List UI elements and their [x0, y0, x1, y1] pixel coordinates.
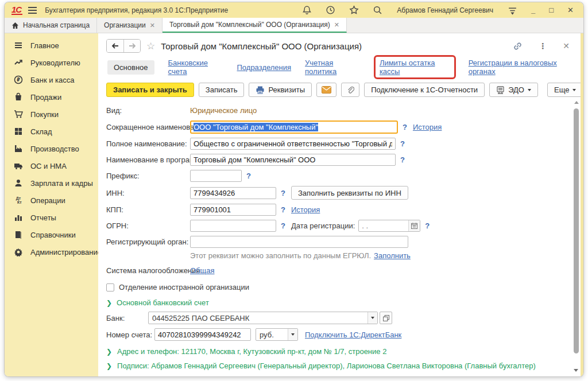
nav-link-departments[interactable]: Подразделения	[237, 63, 292, 72]
sidebar-item-main[interactable]: Главное	[5, 37, 98, 54]
open-bank-button[interactable]	[380, 312, 392, 324]
sidebar-item-reports[interactable]: Отчеты	[5, 209, 98, 226]
reg-date-input[interactable]	[358, 220, 420, 232]
nav-link-accounting-policy[interactable]: Учетная политика	[305, 59, 361, 76]
section-logo-stamp[interactable]: ❯ Логотип и печать	[106, 376, 575, 376]
sidebar-item-fixed-assets[interactable]: ОС и НМА	[5, 157, 98, 174]
search-icon[interactable]	[373, 5, 382, 15]
tax-system-link[interactable]: Общая	[190, 266, 215, 275]
tab-close-icon[interactable]: ✕	[150, 22, 155, 29]
sidebar-item-directories[interactable]: Справочники	[5, 226, 98, 243]
help-question-icon[interactable]: ?	[281, 205, 285, 214]
back-button[interactable]	[107, 40, 123, 52]
shopping-cart-icon	[14, 110, 23, 119]
forward-button[interactable]	[123, 40, 140, 52]
sidebar-item-sales[interactable]: Продажи	[5, 88, 98, 106]
fill-by-inn-button[interactable]: Заполнить реквизиты по ИНН	[291, 186, 408, 200]
more-button[interactable]: Еще	[547, 83, 581, 97]
tab-organizations[interactable]: Организации ✕	[97, 18, 163, 33]
connect-1c-reporting-button[interactable]: Подключение к 1С-Отчетности	[364, 83, 485, 97]
help-question-icon[interactable]: ?	[425, 221, 430, 230]
nav-link-bank-accounts[interactable]: Банковские счета	[168, 59, 223, 76]
bank-combo[interactable]: 044525225 ПАО СБЕРБАНК	[148, 312, 378, 324]
help-question-icon[interactable]: ?	[246, 172, 251, 180]
sidebar-item-manager[interactable]: Руководителю	[5, 54, 98, 71]
kind-label: Вид:	[106, 106, 190, 115]
requisites-button[interactable]: Реквизиты	[249, 83, 312, 97]
tab-home[interactable]: Начальная страница	[5, 18, 97, 33]
save-button[interactable]: Записать	[199, 83, 245, 97]
help-question-icon[interactable]: ?	[400, 155, 405, 164]
bank-section-header[interactable]: ❯ Основной банковский счет	[106, 298, 575, 307]
scroll-down-icon[interactable]	[574, 369, 578, 372]
sidebar-item-purchases[interactable]: Покупки	[5, 106, 98, 123]
account-number-input[interactable]	[154, 328, 251, 341]
history-icon[interactable]	[326, 5, 335, 15]
get-link-icon[interactable]	[513, 41, 523, 51]
tab-organization-card[interactable]: Торговый дом "Комплексный" ООО (Организа…	[163, 18, 347, 33]
foreign-branch-checkbox[interactable]	[106, 283, 114, 291]
short-name-history-link[interactable]: История	[413, 123, 442, 131]
currency-combo[interactable]: руб.	[256, 328, 298, 341]
help-question-icon[interactable]: ?	[403, 123, 407, 131]
help-question-icon[interactable]: ?	[281, 189, 285, 197]
service-menu-icon[interactable]	[508, 5, 517, 15]
save-and-close-button[interactable]: Записать и закрыть	[106, 83, 194, 97]
favorite-star-icon[interactable]: ☆	[146, 40, 155, 52]
field-row-tax-system: Система налогообложения: Общая	[106, 265, 575, 277]
short-name-input[interactable]: ООО "Торговый дом "Комплексный"	[190, 120, 398, 134]
favorites-star-icon[interactable]	[349, 5, 359, 15]
prefix-input[interactable]	[190, 170, 242, 182]
1c-logo-icon: 1С	[11, 6, 22, 15]
full-name-input[interactable]	[190, 138, 396, 150]
window-frame-strip	[581, 33, 583, 376]
calendar-icon[interactable]	[408, 220, 420, 231]
nav-link-basic[interactable]: Основное	[107, 60, 154, 75]
chevron-down-icon	[528, 89, 531, 91]
truck-icon	[14, 161, 23, 170]
dropdown-caret-icon[interactable]	[288, 329, 297, 340]
kpp-history-link[interactable]: История	[291, 205, 320, 214]
scroll-up-icon[interactable]	[574, 101, 579, 104]
vertical-scrollbar[interactable]	[573, 101, 579, 372]
sidebar-item-salary-hr[interactable]: Зарплата и кадры	[5, 174, 98, 192]
close-form-icon[interactable]: ✕	[563, 41, 570, 50]
chevron-collapsed-icon: ❯	[106, 348, 112, 356]
minimize-button[interactable]: _	[531, 6, 535, 14]
dropdown-caret-icon[interactable]	[368, 312, 377, 324]
edo-button[interactable]: ЭДО	[489, 83, 538, 97]
sidebar-item-operations[interactable]: Дт Кт Операции	[5, 192, 98, 209]
egrul-hint-row: Этот реквизит можно заполнить по данным …	[106, 250, 575, 262]
reg-authority-input[interactable]	[190, 236, 408, 248]
scrollbar-thumb[interactable]	[574, 108, 579, 353]
command-bar: Записать и закрыть Записать Реквизиты По…	[106, 83, 575, 97]
ruble-circle-icon: ₽	[14, 75, 23, 84]
send-email-button[interactable]	[316, 83, 336, 97]
egrul-fill-link[interactable]: Заполнить	[374, 251, 411, 260]
nav-link-tax-registrations[interactable]: Регистрации в налоговых органах	[469, 59, 575, 76]
sidebar-item-bank-cash[interactable]: ₽ Банк и касса	[5, 71, 98, 88]
field-row-bank: Банк: 044525225 ПАО СБЕРБАНК	[106, 312, 575, 324]
sidebar-item-administration[interactable]: Администрирование	[5, 243, 98, 261]
sidebar-item-production[interactable]: Производство	[5, 140, 98, 157]
more-menu-icon[interactable]: ⋮	[539, 41, 547, 50]
program-name-input[interactable]	[190, 154, 396, 166]
close-window-button[interactable]: ✕	[567, 6, 574, 14]
person-icon	[14, 178, 23, 188]
tab-close-icon[interactable]: ✕	[334, 21, 339, 29]
inn-input[interactable]	[190, 187, 276, 199]
ogrn-input[interactable]	[190, 220, 276, 232]
section-address-phone[interactable]: ❯ Адрес и телефон: 121170, Москва г, Кут…	[106, 347, 575, 356]
notifications-bell-icon[interactable]	[302, 5, 312, 15]
nav-link-cash-limits[interactable]: Лимиты остатка кассы	[380, 59, 435, 76]
current-user-name[interactable]: Абрамов Геннадий Сергеевич	[397, 6, 493, 14]
section-signatures[interactable]: ❯ Подписи: Абрамов Геннадий Сергеевич (Г…	[106, 361, 575, 370]
directbank-link[interactable]: Подключить 1С:ДиректБанк	[305, 331, 401, 339]
main-menu-icon[interactable]	[28, 5, 37, 15]
attachments-button[interactable]	[341, 83, 359, 97]
help-question-icon[interactable]: ?	[281, 221, 285, 230]
maximize-button[interactable]: □	[549, 6, 554, 14]
help-question-icon[interactable]: ?	[400, 139, 405, 148]
sidebar-item-warehouse[interactable]: Склад	[5, 123, 98, 140]
kpp-input[interactable]	[190, 204, 276, 216]
